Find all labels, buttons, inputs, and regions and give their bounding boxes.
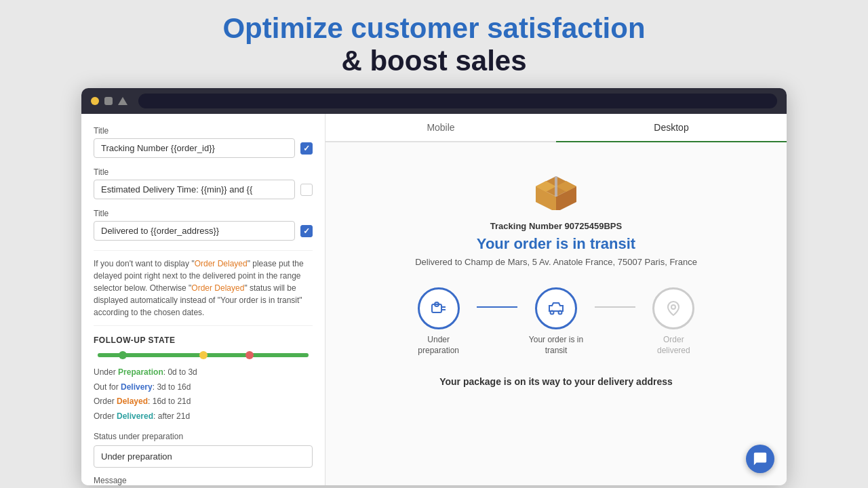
package-icon [529, 163, 583, 210]
tab-mobile[interactable]: Mobile [326, 114, 556, 142]
step-item-2: Your order is intransit [517, 287, 594, 356]
status-label: Status under preparation [94, 432, 313, 441]
connector-line-1 [477, 306, 517, 308]
right-panel-wrapper: Mobile Desktop [326, 114, 787, 485]
checkbox-2[interactable] [300, 184, 313, 196]
browser-window: Title Title Title [81, 88, 787, 485]
field-row-1 [94, 138, 313, 158]
status-section: Status under preparation [94, 432, 313, 468]
follow-up-title: FOLLOW-UP STATE [94, 336, 313, 345]
browser-dot-gray [104, 97, 113, 105]
field-input-1[interactable] [94, 138, 295, 158]
step-name-1: Underpreparation [418, 335, 459, 356]
field-row-2 [94, 180, 313, 199]
step-connector-1 [477, 287, 517, 308]
follow-up-section: FOLLOW-UP STATE Under Preparation: 0d to… [94, 336, 313, 485]
checkbox-3[interactable] [300, 225, 313, 237]
view-tabs: Mobile Desktop [326, 114, 787, 142]
step-item-1: Underpreparation [400, 287, 477, 356]
preview-content: Tracking Number 90725459BPS Your order i… [326, 142, 787, 485]
tracking-number: Tracking Number 90725459BPS [490, 221, 622, 231]
timeline-highlight-3: Delayed [117, 396, 148, 406]
range-thumb-green[interactable] [119, 351, 127, 359]
field-group-3: Title [94, 209, 313, 241]
svg-marker-5 [555, 176, 557, 197]
step-connector-2 [595, 287, 635, 308]
field-group-1: Title [94, 126, 313, 158]
checkbox-1[interactable] [300, 142, 313, 155]
status-input[interactable] [94, 445, 313, 468]
svg-point-12 [671, 305, 675, 309]
left-panel: Title Title Title [81, 114, 326, 485]
timeline-item-2: Out for Delivery: 3d to 16d [94, 380, 313, 395]
browser-content: Title Title Title [81, 114, 787, 485]
browser-url-bar[interactable] [138, 94, 777, 108]
message-label: Message [94, 476, 313, 485]
steps-row: Underpreparation [400, 287, 712, 356]
page-title-line1: Optimize customer satisfaction [222, 12, 645, 45]
delivery-address: Delivered to Champ de Mars, 5 Av. Anatol… [415, 257, 697, 267]
browser-dot-yellow [91, 97, 99, 105]
range-track[interactable] [98, 353, 309, 357]
field-label-1: Title [94, 126, 313, 136]
info-text: If you don't want to display "Order Dela… [94, 250, 313, 326]
order-status-title: Your order is in transit [477, 235, 635, 253]
field-group-2: Title [94, 167, 313, 199]
timeline-item-3: Order Delayed: 16d to 21d [94, 394, 313, 409]
field-input-2[interactable] [94, 180, 295, 199]
page-title-line2: & boost sales [222, 45, 645, 77]
timeline-labels: Under Preparation: 0d to 3d Out for Deli… [94, 365, 313, 424]
info-highlight-2: Order Delayed [191, 283, 244, 293]
step-name-3: Orderdelivered [657, 335, 690, 356]
svg-rect-6 [432, 304, 441, 312]
step-item-3: Orderdelivered [635, 287, 712, 356]
browser-bar [81, 88, 787, 114]
field-input-3[interactable] [94, 221, 295, 241]
package-message: Your package is on its way to your deliv… [439, 376, 673, 387]
range-thumb-yellow[interactable] [199, 351, 208, 359]
chat-button[interactable] [746, 445, 774, 473]
timeline-item-1: Under Preparation: 0d to 3d [94, 365, 313, 380]
step-circle-3 [652, 287, 694, 329]
step-name-2: Your order is intransit [529, 335, 583, 356]
field-row-3 [94, 221, 313, 241]
range-thumb-pink[interactable] [245, 351, 254, 359]
field-label-3: Title [94, 209, 313, 218]
right-panel: Mobile Desktop [326, 114, 787, 485]
field-label-2: Title [94, 167, 313, 177]
step-circle-2 [535, 287, 577, 329]
tab-desktop[interactable]: Desktop [556, 114, 787, 142]
timeline-highlight-2: Delivery [121, 382, 153, 392]
info-highlight-1: Order Delayed [195, 259, 248, 268]
timeline-item-4: Order Delivered: after 21d [94, 409, 313, 424]
step-circle-1 [418, 287, 460, 329]
connector-line-2 [595, 306, 635, 308]
timeline-highlight-4: Delivered [117, 411, 153, 421]
browser-dot-triangle [118, 97, 127, 105]
timeline-highlight-1: Preparation [118, 367, 163, 377]
